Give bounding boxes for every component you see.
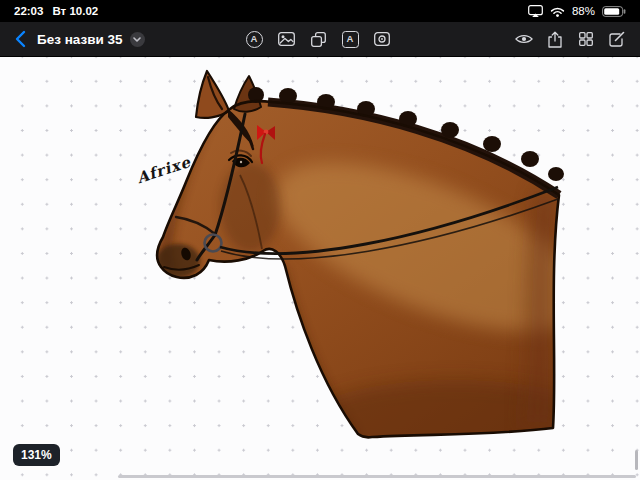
copy-button[interactable] bbox=[305, 26, 331, 52]
drawing-canvas[interactable]: Afrixe 131% bbox=[0, 57, 640, 480]
visibility-button[interactable] bbox=[511, 26, 537, 52]
status-bar: 22:03 Вт 10.02 88% bbox=[0, 0, 640, 22]
title-menu-button[interactable] bbox=[130, 32, 145, 47]
chevron-left-icon bbox=[15, 30, 26, 48]
toolbar-center: A A bbox=[241, 26, 395, 52]
ipad-screen: 22:03 Вт 10.02 88% bbox=[0, 0, 640, 480]
text-box-icon: A bbox=[342, 31, 359, 48]
photos-icon bbox=[374, 32, 390, 46]
wifi-icon bbox=[550, 6, 565, 17]
vertical-scrollbar[interactable] bbox=[635, 450, 638, 470]
battery-percent: 88% bbox=[572, 5, 595, 17]
screen-mirroring-icon bbox=[528, 5, 543, 18]
clock: 22:03 bbox=[14, 5, 43, 17]
document-title: Без назви 35 bbox=[37, 32, 123, 47]
eye-icon bbox=[515, 33, 533, 45]
compose-icon bbox=[609, 31, 625, 47]
compose-button[interactable] bbox=[604, 26, 630, 52]
back-button[interactable] bbox=[10, 26, 30, 52]
status-right: 88% bbox=[528, 5, 626, 18]
toolbar-left: Без назви 35 bbox=[10, 26, 145, 52]
copy-icon bbox=[311, 32, 326, 47]
grid-view-button[interactable] bbox=[573, 26, 599, 52]
circle-a-icon: A bbox=[246, 31, 263, 48]
chevron-down-icon bbox=[133, 37, 141, 42]
horse-drawing bbox=[0, 57, 640, 480]
toolbar-right bbox=[511, 26, 630, 52]
toolbar: Без назви 35 A bbox=[0, 22, 640, 57]
photo-insert-button[interactable] bbox=[273, 26, 299, 52]
zoom-level-badge[interactable]: 131% bbox=[13, 444, 60, 466]
share-button[interactable] bbox=[542, 26, 568, 52]
photos-library-button[interactable] bbox=[369, 26, 395, 52]
photo-icon bbox=[278, 32, 295, 46]
horizontal-scrollbar[interactable] bbox=[118, 475, 636, 478]
status-left: 22:03 Вт 10.02 bbox=[14, 5, 98, 17]
grid-icon bbox=[579, 32, 593, 46]
status-date: Вт 10.02 bbox=[52, 5, 98, 17]
share-icon bbox=[548, 31, 562, 48]
battery-icon bbox=[602, 6, 626, 17]
pen-tool-button[interactable]: A bbox=[241, 26, 267, 52]
horse-body bbox=[156, 101, 606, 464]
text-box-button[interactable]: A bbox=[337, 26, 363, 52]
